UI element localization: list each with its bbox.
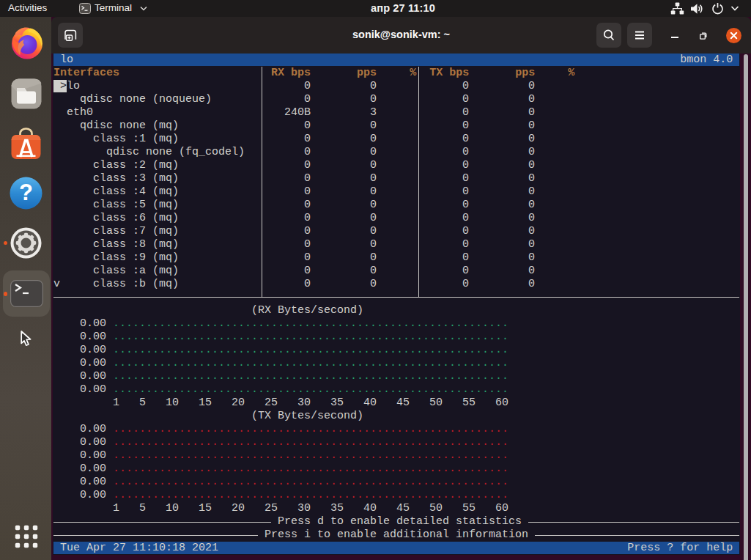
svg-text:?: ? xyxy=(19,180,33,205)
